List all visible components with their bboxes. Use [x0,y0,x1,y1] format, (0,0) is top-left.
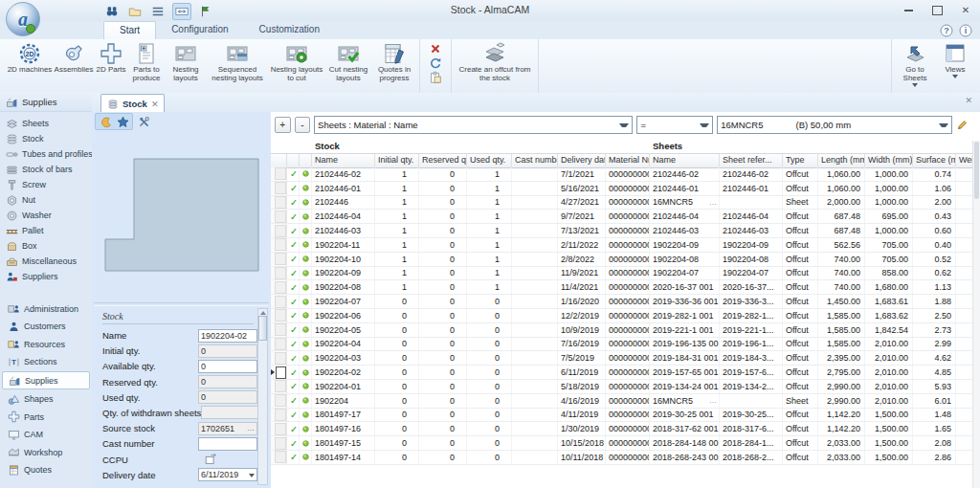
scrollbar-thumb[interactable] [258,316,267,341]
column-header-initial-qty[interactable]: Initial qty. [375,154,419,167]
table-row[interactable]: ✓1902204-020006/11/2019000000000...2019-… [271,366,973,380]
tools-button[interactable] [135,114,152,129]
row-header[interactable] [271,451,287,464]
info-icon[interactable]: i [959,24,972,37]
table-row[interactable]: ✓2102446-021017/1/2021000000000...210244… [271,167,973,182]
row-header[interactable] [271,380,287,393]
table-row[interactable]: ✓1801497-160001/30/2019000000000...2018-… [271,422,973,436]
refresh-button[interactable] [427,56,444,70]
field-input-used-qty[interactable]: 0 [198,390,257,404]
ribbon-button-go-to-sheets[interactable]: Go to Sheets [895,40,935,82]
ribbon-button-2d-machines[interactable]: 2D2D machines [7,40,53,82]
field-input-cast-number[interactable] [198,437,257,451]
scroll-up-icon[interactable] [260,311,266,315]
column-header-used-qty[interactable]: Used qty. [467,154,512,167]
table-row[interactable]: ✓1902204-030007/5/2019000000000...2019-1… [271,351,973,366]
row-header[interactable] [271,323,287,337]
row-header[interactable] [271,295,287,308]
table-row[interactable]: ✓1902204-101012/8/2022000000000...190220… [271,253,973,267]
close-button[interactable]: ✕ [951,0,980,20]
ribbon-button-sequenced-nesting-layouts[interactable]: Sequenced nesting layouts [206,40,269,82]
sidebar-item-supplies[interactable]: Supplies [0,93,92,112]
sidebar-item-sheets[interactable]: Sheets [0,116,92,131]
sidebar-item-stock-of-bars[interactable]: Stock of bars [0,162,92,177]
field-input-available-qty[interactable]: 0 [198,360,257,373]
sidebar-item-stock[interactable]: Stock [0,131,92,146]
table-scrollbar[interactable] [972,141,980,488]
field-input-source-stock[interactable]: 1702651… [198,422,257,435]
table-row[interactable]: ✓2102446-031017/13/2021000000000...21024… [271,224,973,238]
ribbon-tab-customization[interactable]: Customization [244,21,335,39]
ribbon-button-create-an-offcut-from-the-stock[interactable]: Create an offcut from the stock [455,40,535,82]
app-logo[interactable]: a [6,2,40,36]
row-header[interactable] [271,422,287,435]
paste-button[interactable] [427,71,444,84]
ribbon-tab-start[interactable]: Start [103,21,156,39]
sidebar-module-sections[interactable]: TSections [2,354,90,370]
row-header[interactable] [271,267,287,280]
favorites-star-button[interactable] [114,114,131,129]
field-input-qty-of-withdrawn-sheets[interactable] [201,406,260,419]
sidebar-item-box[interactable]: Box [0,238,92,254]
row-header[interactable] [271,210,287,223]
ribbon-tab-configuration[interactable]: Configuration [156,21,243,39]
delete-button[interactable] [427,42,444,55]
row-header[interactable] [271,366,287,379]
table-row[interactable]: ✓1902204-010005/18/2019000000000...2019-… [271,380,973,394]
table-row[interactable]: ✓1902204-0910111/9/2021000000000...19022… [271,267,973,281]
row-header[interactable] [271,436,287,450]
sidebar-item-screw[interactable]: Screw [0,177,92,192]
sidebar-module-shapes[interactable]: Shapes [2,391,90,408]
field-input-initial-qty[interactable]: 0 [198,344,257,358]
maximize-button[interactable] [923,0,951,20]
scrollbar-thumb[interactable] [974,142,979,199]
table-row[interactable]: ✓1801497-1500010/15/2018000000000...2018… [271,436,973,451]
filter-field-dropdown[interactable]: Sheets : Material : Name [314,116,633,134]
filter-operator-dropdown[interactable]: = [636,116,713,134]
ribbon-button-parts-to-produce[interactable]: Parts to produce [127,40,166,82]
ribbon-button-2d-parts[interactable]: 2D Parts [95,40,127,82]
row-header[interactable] [271,182,287,195]
table-row[interactable]: ✓1902204-0600012/2/2019000000000...2019-… [271,309,973,323]
form-scrollbar[interactable] [257,308,268,485]
column-header-type[interactable]: Type [783,154,818,167]
table-row[interactable]: ✓1902204-040007/16/2019000000000...2019-… [271,338,973,352]
ribbon-button-nesting-layouts-to-cut[interactable]: Nesting layouts to cut [269,40,324,82]
table-row[interactable]: ✓2102446-011015/16/2021000000000...21024… [271,182,973,196]
row-header[interactable] [271,309,287,322]
column-header-reserved-q[interactable]: Reserved q... [419,154,467,167]
sidebar-module-parts[interactable]: Parts [2,409,90,425]
sidebar-module-workshop[interactable]: Workshop [2,444,90,460]
sidebar-module-resources[interactable]: Resources [2,336,90,352]
table-row[interactable]: ✓1801497-1400010/11/2018000000000...2018… [271,451,973,465]
ribbon-button-assemblies[interactable]: Assemblies [53,40,95,82]
sidebar-item-washer[interactable]: Washer [0,208,92,223]
sidebar-module-supplies[interactable]: Supplies [2,371,90,389]
sidebar-item-suppliers[interactable]: Suppliers [0,269,92,284]
preview-moon-button[interactable] [97,114,114,129]
more-ellipsis-icon[interactable]: … [709,396,717,405]
table-row[interactable]: ✓1902204-0810111/4/2021000000000...2020-… [271,280,973,295]
row-header[interactable] [271,238,287,252]
sidebar-module-administration[interactable]: Administration [2,300,90,317]
sidebar-module-cam[interactable]: CAM [2,427,90,443]
row-header[interactable] [271,338,287,351]
more-ellipsis-icon[interactable]: … [709,198,717,207]
pane-close-icon[interactable]: ✕ [965,96,972,105]
row-header[interactable] [271,280,287,294]
dropdown-arrow-icon[interactable] [249,470,255,479]
filter-value-dropdown[interactable]: 16MNCR5 (B) 50,00 mm [717,116,952,134]
table-row[interactable]: ✓21024461014/27/2021000000000...16MNCR5…… [271,196,973,211]
table-row[interactable]: ✓1902204-111012/11/2022000000000...19022… [271,238,973,253]
row-header[interactable] [271,351,287,365]
ribbon-button-cut-nesting-layouts[interactable]: Cut nesting layouts [324,40,372,82]
ribbon-button-views[interactable]: Views [935,40,975,82]
sidebar-module-customers[interactable]: Customers [2,319,90,335]
minimize-button[interactable] [894,0,923,20]
table-row[interactable]: ✓1902204-070001/16/2020000000000...2019-… [271,295,973,309]
edit-filter-pencil-icon[interactable] [956,119,969,131]
row-header[interactable] [271,196,287,210]
tab-stock[interactable]: Stock ✕ [100,94,165,113]
remove-filter-button[interactable]: - [295,117,311,133]
ribbon-button-nesting-layouts[interactable]: Nesting layouts [166,40,206,82]
